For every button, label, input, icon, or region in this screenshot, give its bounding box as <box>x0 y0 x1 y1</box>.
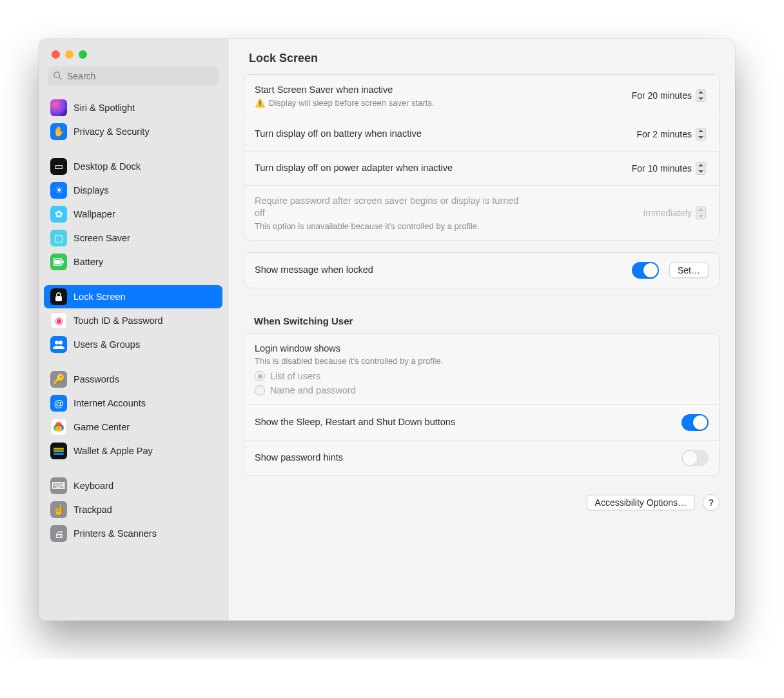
sidebar-item-trackpad[interactable]: ☝ Trackpad <box>44 498 222 521</box>
require-password-popup: Immediately <box>638 205 709 221</box>
radio-label: List of users <box>270 371 320 381</box>
row-title: Turn display off on power adapter when i… <box>255 162 616 175</box>
minimize-window-button[interactable] <box>65 50 74 59</box>
sidebar-item-lock-screen[interactable]: Lock Screen <box>44 285 222 308</box>
sidebar-item-internet-accounts[interactable]: @ Internet Accounts <box>44 392 222 415</box>
window-traffic-lights <box>39 39 228 66</box>
sidebar-item-wallpaper[interactable]: ✿ Wallpaper <box>44 203 222 226</box>
sidebar-item-screen-saver[interactable]: ▢ Screen Saver <box>44 226 222 250</box>
wallet-icon <box>50 443 67 459</box>
row-warning: ⚠️Display will sleep before screen saver… <box>255 98 616 108</box>
radio-icon <box>255 371 265 381</box>
sidebar-item-siri-spotlight[interactable]: Siri & Spotlight <box>44 96 222 119</box>
trackpad-icon: ☝ <box>50 501 67 518</box>
row-title: Turn display off on battery when inactiv… <box>255 128 621 141</box>
users-icon <box>50 336 67 353</box>
row-note: This option is unavailable because it's … <box>255 221 628 231</box>
sidebar: Siri & Spotlight ✋ Privacy & Security ▭ … <box>39 39 228 621</box>
sidebar-item-label: Wallet & Apple Pay <box>74 446 153 456</box>
row-require-password: Require password after screen saver begi… <box>244 186 719 240</box>
row-note: This is disabled because it's controlled… <box>255 356 709 366</box>
radio-icon <box>255 385 265 395</box>
sidebar-item-keyboard[interactable]: ⌨ Keyboard <box>44 474 222 497</box>
stepper-icon <box>696 206 706 219</box>
search-icon <box>53 71 62 82</box>
main-content: Lock Screen Start Screen Saver when inac… <box>228 39 735 621</box>
sidebar-item-passwords[interactable]: 🔑 Passwords <box>44 368 222 391</box>
screen-saver-timeout-popup[interactable]: For 20 minutes <box>627 88 709 103</box>
hand-icon: ✋ <box>50 123 67 140</box>
game-center-icon <box>50 419 67 435</box>
help-button[interactable]: ? <box>703 494 720 511</box>
maximize-window-button[interactable] <box>79 50 87 59</box>
stepper-icon <box>696 89 706 102</box>
sidebar-item-privacy-security[interactable]: ✋ Privacy & Security <box>44 120 222 143</box>
at-icon: @ <box>50 395 67 412</box>
lock-message-switch[interactable] <box>632 262 659 279</box>
battery-icon <box>50 254 67 270</box>
stepper-icon <box>696 162 706 175</box>
sidebar-item-printers-scanners[interactable]: 🖨 Printers & Scanners <box>44 522 222 545</box>
svg-rect-4 <box>54 260 61 264</box>
row-title: Show message when locked <box>255 264 622 277</box>
sidebar-item-label: Internet Accounts <box>74 398 146 408</box>
svg-rect-14 <box>54 453 64 455</box>
sidebar-item-label: Keyboard <box>74 481 113 491</box>
accessibility-options-button[interactable]: Accessibility Options… <box>587 495 695 510</box>
set-lock-message-button[interactable]: Set… <box>669 263 709 278</box>
svg-rect-3 <box>63 261 64 263</box>
sidebar-item-label: Privacy & Security <box>74 126 150 137</box>
sidebar-item-label: Trackpad <box>74 504 112 515</box>
login-window-radio-group: List of users Name and password <box>255 371 709 395</box>
sidebar-item-desktop-dock[interactable]: ▭ Desktop & Dock <box>44 155 222 178</box>
sidebar-item-label: Passwords <box>74 374 119 384</box>
dock-icon: ▭ <box>50 158 67 175</box>
svg-point-7 <box>59 341 63 344</box>
password-hints-switch <box>681 450 709 466</box>
stepper-icon <box>696 128 706 141</box>
row-battery-display-off: Turn display off on battery when inactiv… <box>244 117 719 152</box>
adapter-display-off-popup[interactable]: For 10 minutes <box>627 161 709 176</box>
row-lock-message: Show message when locked Set… <box>244 253 719 288</box>
sidebar-item-label: Game Center <box>74 422 130 432</box>
radio-list-of-users: List of users <box>255 371 709 381</box>
row-title: Start Screen Saver when inactive <box>255 84 616 97</box>
sidebar-item-users-groups[interactable]: Users & Groups <box>44 333 222 356</box>
row-screen-saver-timeout: Start Screen Saver when inactive ⚠️Displ… <box>244 75 719 117</box>
sidebar-item-label: Siri & Spotlight <box>74 103 135 113</box>
lock-message-panel: Show message when locked Set… <box>244 252 720 288</box>
sidebar-item-label: Lock Screen <box>74 292 126 302</box>
sidebar-item-label: Screen Saver <box>74 233 130 243</box>
system-settings-window: Siri & Spotlight ✋ Privacy & Security ▭ … <box>39 39 735 621</box>
row-adapter-display-off: Turn display off on power adapter when i… <box>244 152 719 186</box>
sidebar-item-label: Wallpaper <box>74 209 115 219</box>
siri-icon <box>50 99 67 116</box>
sidebar-item-touch-id-password[interactable]: ◉ Touch ID & Password <box>44 309 222 332</box>
sidebar-item-wallet-apple-pay[interactable]: Wallet & Apple Pay <box>44 439 222 463</box>
row-show-power-buttons: Show the Sleep, Restart and Shut Down bu… <box>244 405 719 441</box>
row-password-hints: Show password hints <box>244 441 719 475</box>
svg-line-1 <box>59 77 62 79</box>
sidebar-item-label: Printers & Scanners <box>74 528 157 539</box>
popup-value: Immediately <box>643 208 692 218</box>
close-window-button[interactable] <box>52 50 60 59</box>
fingerprint-icon: ◉ <box>50 312 67 329</box>
switching-user-panel: Login window shows This is disabled beca… <box>244 333 720 477</box>
lock-icon <box>50 288 67 305</box>
battery-display-off-popup[interactable]: For 2 minutes <box>631 126 709 142</box>
page-title: Lock Screen <box>228 39 735 74</box>
search-field[interactable] <box>48 66 219 86</box>
search-input[interactable] <box>66 70 213 82</box>
flower-icon: ✿ <box>50 206 67 223</box>
sidebar-item-label: Battery <box>74 257 103 267</box>
svg-point-6 <box>55 341 59 344</box>
svg-point-11 <box>55 426 62 432</box>
printer-icon: 🖨 <box>50 525 67 542</box>
sidebar-item-label: Users & Groups <box>74 339 140 350</box>
sidebar-item-game-center[interactable]: Game Center <box>44 415 222 439</box>
switching-user-heading: When Switching User <box>254 315 735 326</box>
brightness-icon: ☀ <box>50 182 67 199</box>
sidebar-item-displays[interactable]: ☀ Displays <box>44 179 222 202</box>
show-power-buttons-switch[interactable] <box>681 414 709 431</box>
sidebar-item-battery[interactable]: Battery <box>44 250 222 274</box>
